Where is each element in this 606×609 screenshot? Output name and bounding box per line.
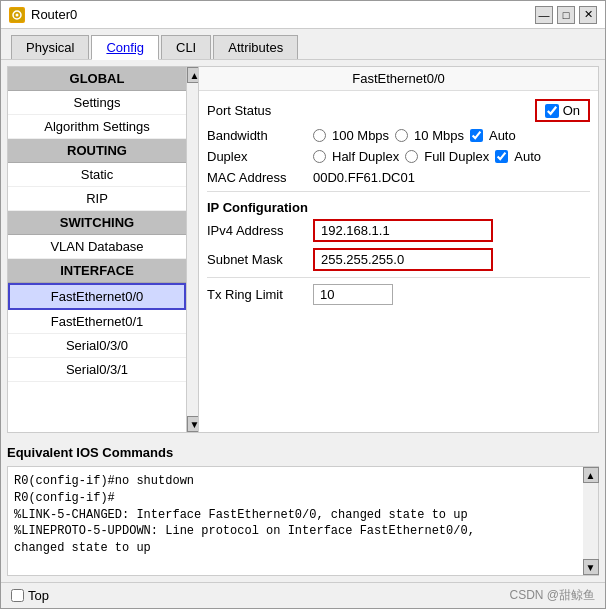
main-panel: FastEthernet0/0 Port Status On: [198, 66, 599, 433]
duplex-controls: Half Duplex Full Duplex Auto: [313, 149, 590, 164]
ios-line-6: changed state to up: [14, 540, 577, 557]
csdn-watermark: CSDN @甜鲸鱼: [509, 587, 595, 604]
on-label: On: [563, 103, 580, 118]
bandwidth-auto-checkbox[interactable]: [470, 129, 483, 142]
port-status-controls: On: [313, 99, 590, 122]
duplex-label: Duplex: [207, 149, 307, 164]
sidebar-item-rip[interactable]: RIP: [8, 187, 186, 211]
port-status-label: Port Status: [207, 103, 307, 118]
sidebar-section-interface: INTERFACE: [8, 259, 186, 283]
bandwidth-10-radio[interactable]: [395, 129, 408, 142]
sidebar-item-fastethernet0-1[interactable]: FastEthernet0/1: [8, 310, 186, 334]
maximize-button[interactable]: □: [557, 6, 575, 24]
status-bar: Top CSDN @甜鲸鱼: [1, 582, 605, 608]
ipv4-input[interactable]: [313, 219, 493, 242]
content-area: GLOBAL Settings Algorithm Settings ROUTI…: [1, 60, 605, 439]
subnet-label: Subnet Mask: [207, 252, 307, 267]
tab-config[interactable]: Config: [91, 35, 159, 60]
ios-line-5: %LINEPROTO-5-UPDOWN: Line protocol on In…: [14, 523, 577, 540]
tx-ring-input[interactable]: [313, 284, 393, 305]
divider: [207, 191, 590, 192]
tab-attributes[interactable]: Attributes: [213, 35, 298, 59]
subnet-row: Subnet Mask: [207, 248, 590, 271]
bandwidth-100-radio[interactable]: [313, 129, 326, 142]
bandwidth-label: Bandwidth: [207, 128, 307, 143]
sidebar-section-global: GLOBAL: [8, 67, 186, 91]
tx-ring-label: Tx Ring Limit: [207, 287, 307, 302]
tab-cli[interactable]: CLI: [161, 35, 211, 59]
panel-body: Port Status On Bandwidth: [199, 91, 598, 432]
top-checkbox-group: Top: [11, 588, 49, 603]
minimize-button[interactable]: —: [535, 6, 553, 24]
divider2: [207, 277, 590, 278]
port-status-row: Port Status On: [207, 99, 590, 122]
close-button[interactable]: ✕: [579, 6, 597, 24]
panel-title: FastEthernet0/0: [199, 67, 598, 91]
ios-terminal-wrapper: R0(config-if)#no shutdown R0(config-if)#…: [7, 466, 599, 576]
mac-row: MAC Address 00D0.FF61.DC01: [207, 170, 590, 185]
subnet-input[interactable]: [313, 248, 493, 271]
duplex-half-radio[interactable]: [313, 150, 326, 163]
svg-point-2: [16, 13, 19, 16]
ios-line-3: %LINK-5-CHANGED: Interface FastEthernet0…: [14, 507, 577, 524]
on-checkbox-group: On: [535, 99, 590, 122]
port-status-checkbox[interactable]: [545, 104, 559, 118]
ios-label: Equivalent IOS Commands: [7, 445, 599, 460]
bandwidth-10-label: 10 Mbps: [414, 128, 464, 143]
ios-scrollbar[interactable]: ▲ ▼: [583, 466, 599, 576]
sidebar-section-switching: SWITCHING: [8, 211, 186, 235]
sidebar-section-routing: ROUTING: [8, 139, 186, 163]
top-label: Top: [28, 588, 49, 603]
sidebar-item-fastethernet0-0[interactable]: FastEthernet0/0: [8, 283, 186, 310]
ios-scroll-up[interactable]: ▲: [583, 467, 599, 483]
top-checkbox[interactable]: [11, 589, 24, 602]
sidebar-item-static[interactable]: Static: [8, 163, 186, 187]
sidebar-wrapper: GLOBAL Settings Algorithm Settings ROUTI…: [7, 66, 192, 433]
tx-ring-row: Tx Ring Limit: [207, 284, 590, 305]
duplex-half-label: Half Duplex: [332, 149, 399, 164]
window-title: Router0: [31, 7, 529, 22]
bandwidth-row: Bandwidth 100 Mbps 10 Mbps Auto: [207, 128, 590, 143]
title-bar-controls: — □ ✕: [535, 6, 597, 24]
ip-config-header: IP Configuration: [207, 200, 590, 215]
ios-line-2: R0(config-if)#: [14, 490, 577, 507]
bandwidth-auto-label: Auto: [489, 128, 516, 143]
duplex-row: Duplex Half Duplex Full Duplex Auto: [207, 149, 590, 164]
ios-line-1: R0(config-if)#no shutdown: [14, 473, 577, 490]
app-icon: [9, 7, 25, 23]
mac-label: MAC Address: [207, 170, 307, 185]
sidebar: GLOBAL Settings Algorithm Settings ROUTI…: [7, 66, 187, 433]
tabs-bar: Physical Config CLI Attributes: [1, 29, 605, 60]
main-window: Router0 — □ ✕ Physical Config CLI Attrib…: [0, 0, 606, 609]
sidebar-item-serial0-3-0[interactable]: Serial0/3/0: [8, 334, 186, 358]
bandwidth-100-label: 100 Mbps: [332, 128, 389, 143]
duplex-full-label: Full Duplex: [424, 149, 489, 164]
ios-section: Equivalent IOS Commands R0(config-if)#no…: [1, 439, 605, 582]
bandwidth-controls: 100 Mbps 10 Mbps Auto: [313, 128, 590, 143]
tab-physical[interactable]: Physical: [11, 35, 89, 59]
ios-scroll-down[interactable]: ▼: [583, 559, 599, 575]
ios-terminal[interactable]: R0(config-if)#no shutdown R0(config-if)#…: [7, 466, 583, 576]
ipv4-row: IPv4 Address: [207, 219, 590, 242]
duplex-auto-label: Auto: [514, 149, 541, 164]
on-box: On: [535, 99, 590, 122]
duplex-full-radio[interactable]: [405, 150, 418, 163]
sidebar-item-settings[interactable]: Settings: [8, 91, 186, 115]
sidebar-item-serial0-3-1[interactable]: Serial0/3/1: [8, 358, 186, 382]
sidebar-item-vlan-database[interactable]: VLAN Database: [8, 235, 186, 259]
ipv4-label: IPv4 Address: [207, 223, 307, 238]
duplex-auto-checkbox[interactable]: [495, 150, 508, 163]
title-bar: Router0 — □ ✕: [1, 1, 605, 29]
mac-value: 00D0.FF61.DC01: [313, 170, 415, 185]
sidebar-item-algorithm-settings[interactable]: Algorithm Settings: [8, 115, 186, 139]
